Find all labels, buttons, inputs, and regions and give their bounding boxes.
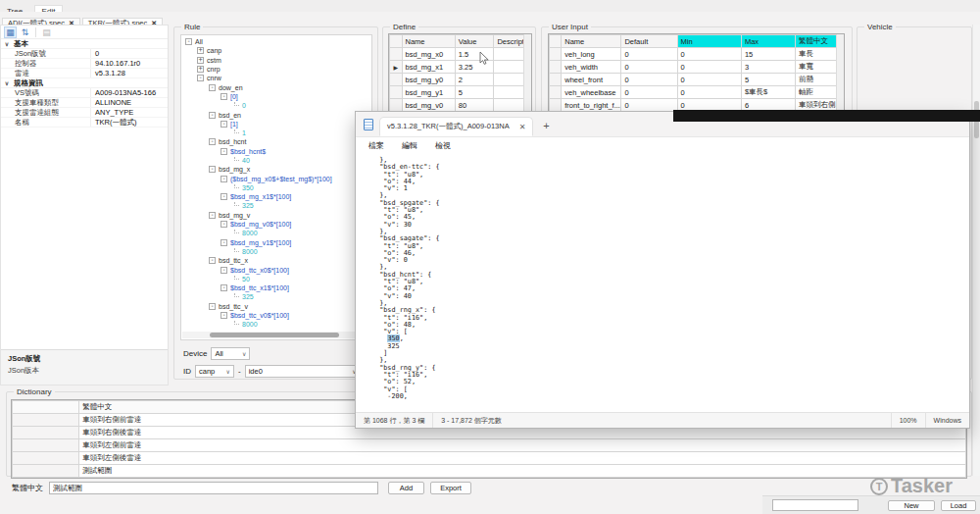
tree-collapse-icon[interactable]: - (220, 267, 227, 274)
row-selector[interactable] (550, 86, 562, 99)
close-tab-icon[interactable]: ✕ (519, 123, 526, 131)
tree-horizontal-scrollbar[interactable] (182, 332, 370, 338)
tree-collapse-icon[interactable]: - (220, 193, 227, 200)
tree-collapse-icon[interactable]: - (209, 166, 216, 173)
grid-cell[interactable]: bsd_mg_v0 (402, 99, 455, 112)
row-selector[interactable] (550, 74, 562, 86)
grid-cell[interactable]: 80 (455, 99, 494, 112)
grid-cell[interactable]: bsd_mg_y0 (402, 74, 455, 86)
tree-node[interactable]: 325 (181, 292, 371, 301)
tree-collapse-icon[interactable]: - (209, 138, 216, 145)
tree-node[interactable]: 1 (181, 128, 371, 137)
tree-node[interactable]: -bsd_ttc_x (181, 256, 371, 265)
tree-node[interactable]: -[0] (181, 92, 371, 101)
tree-collapse-icon[interactable]: - (220, 148, 227, 155)
tree-node[interactable]: +cstm (181, 56, 371, 65)
tree-node[interactable]: +cnrp (181, 65, 371, 74)
id-dropdown-2[interactable]: ide0 ∨ (245, 365, 361, 378)
grid-cell[interactable]: 0 (677, 86, 741, 99)
tree-collapse-icon[interactable]: - (220, 121, 227, 128)
row-selector[interactable]: ▶ (390, 61, 403, 74)
grid-cell[interactable]: 15 (741, 48, 795, 61)
tree-collapse-icon[interactable]: - (209, 84, 216, 91)
tree-collapse-icon[interactable]: - (220, 284, 227, 291)
tree-node[interactable]: -bsd_mg_v (181, 211, 371, 220)
row-selector[interactable] (13, 427, 79, 439)
grid-cell[interactable]: 3 (741, 61, 795, 74)
grid-cell[interactable]: veh_long (562, 48, 621, 61)
tree-node[interactable]: -($bsd_mg_x0$+$test_mg$)*[100] (181, 174, 371, 182)
row-selector[interactable] (13, 439, 79, 452)
grid-cell[interactable]: bsd_mg_x1 (402, 61, 455, 74)
grid-cell[interactable]: $車長$ (741, 86, 795, 99)
tree-node[interactable]: 8000 (181, 247, 371, 256)
tree-node[interactable]: 325 (181, 201, 371, 210)
row-selector[interactable] (13, 414, 79, 427)
tree-node[interactable]: -$bsd_mg_v1$*[100] (181, 238, 371, 247)
grid-cell[interactable]: 0 (621, 86, 677, 99)
grid-cell[interactable]: 0 (677, 48, 741, 61)
notepad-text-area[interactable]: }, "bsd_en-ttc": { "t": "u8", "o": 44, "… (356, 154, 969, 412)
row-selector[interactable] (550, 61, 562, 74)
tree-collapse-icon[interactable]: - (209, 112, 216, 119)
tree-node[interactable]: 50 (181, 275, 371, 283)
property-row[interactable]: 名稱TKR(一體式) (1, 118, 168, 128)
row-selector[interactable] (390, 86, 403, 99)
tree-node[interactable]: -$bsd_ttc_x1$*[100] (181, 283, 371, 292)
tree-node[interactable]: -bsd_mg_x (181, 165, 371, 174)
property-row[interactable]: 控制器94.10.167.1r0 (1, 59, 168, 69)
tree-node[interactable]: -bsd_ttc_v (181, 302, 371, 311)
chevron-down-icon[interactable]: ∨ (3, 79, 11, 86)
grid-cell[interactable]: bsd_mg_y1 (402, 86, 455, 99)
menu-item[interactable]: 編輯 (393, 140, 426, 151)
row-selector[interactable] (390, 48, 403, 61)
grid-cell[interactable]: 車頭到左側前雷達 (79, 439, 966, 452)
column-header[interactable]: Default (621, 35, 677, 48)
grid-cell[interactable]: 0 (621, 61, 677, 74)
grid-cell[interactable]: 0 (621, 74, 677, 86)
row-selector[interactable] (390, 99, 403, 112)
notepad-tab[interactable]: v5.3.1.28_TKR(一體式)_A009-013NA ✕ (379, 117, 533, 136)
tree-node[interactable]: 0 (181, 101, 371, 110)
row-selector[interactable] (13, 452, 79, 465)
tree-expand-icon[interactable]: + (197, 47, 204, 54)
column-header[interactable]: Name (562, 35, 621, 48)
grid-cell[interactable]: 0 (621, 99, 677, 112)
tree-node[interactable]: -[1] (181, 120, 371, 128)
tree-node[interactable]: -cnrw (181, 74, 371, 82)
alphabetical-sort-icon[interactable]: ⇅ (19, 26, 31, 38)
row-selector[interactable] (550, 48, 562, 61)
grid-cell[interactable]: 5 (455, 86, 494, 99)
tree-node[interactable]: +canp (181, 46, 371, 55)
property-row[interactable]: 支援車種類型ALLINONE (1, 98, 168, 108)
tree-collapse-icon[interactable]: - (220, 221, 227, 228)
tree-node[interactable]: -$bsd_hcnt$ (181, 147, 371, 156)
app-vertical-scrollbar[interactable] (972, 25, 980, 476)
grid-cell[interactable]: 0 (621, 48, 677, 61)
grid-cell[interactable]: veh_width (562, 61, 621, 74)
menu-item[interactable]: 檢視 (426, 140, 460, 151)
property-category[interactable]: ∨規格資訊 (1, 78, 168, 88)
grid-cell[interactable]: bsd_mg_x0 (402, 48, 455, 61)
tree-expand-icon[interactable]: + (197, 57, 204, 64)
property-row[interactable]: JSon版號0 (1, 49, 168, 59)
grid-cell[interactable]: 車頭到左側後雷達 (79, 452, 966, 465)
tree-node[interactable]: 8000 (181, 229, 371, 237)
column-header[interactable]: Value (455, 35, 494, 48)
tree-node[interactable]: -dow_en (181, 82, 371, 91)
tree-node[interactable]: -All (181, 37, 371, 46)
categorized-view-icon[interactable]: ▦ (4, 26, 17, 38)
add-button[interactable]: Add (388, 482, 424, 494)
tree-node[interactable]: -$bsd_ttc_v0$*[100] (181, 311, 371, 320)
column-header[interactable]: Max (741, 35, 795, 48)
export-button[interactable]: Export (430, 482, 471, 494)
tree-node[interactable]: -$bsd_ttc_x0$*[100] (181, 265, 371, 274)
tree-collapse-icon[interactable]: - (220, 176, 227, 182)
tree-node[interactable]: 8000 (181, 320, 371, 329)
tree-collapse-icon[interactable]: - (209, 257, 216, 264)
footer-input[interactable] (772, 499, 858, 511)
property-row[interactable]: VS號碼A009-013NA5-166 (1, 88, 168, 98)
tree-collapse-icon[interactable]: - (209, 212, 216, 219)
grid-cell[interactable]: front_to_right_f... (562, 99, 621, 112)
row-selector[interactable] (13, 465, 79, 478)
